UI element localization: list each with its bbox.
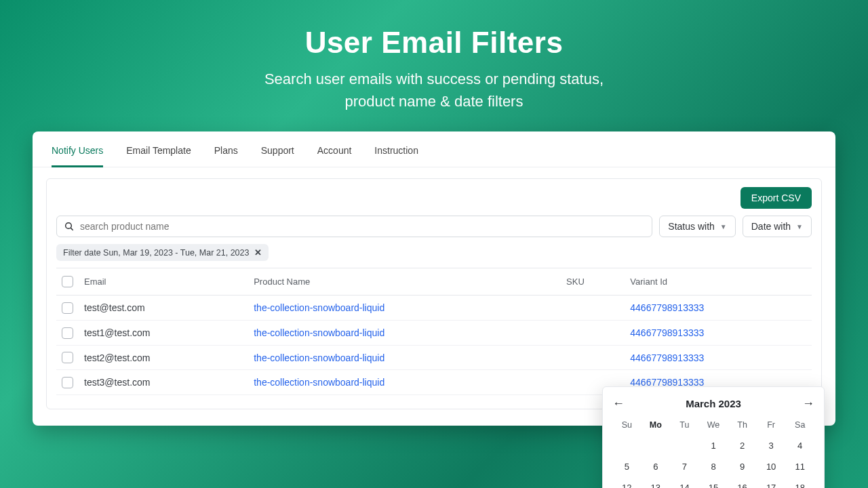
cell-sku — [561, 320, 625, 345]
variant-link[interactable]: 44667798913333 — [630, 302, 704, 313]
calendar-day[interactable]: 5 — [612, 456, 642, 477]
search-input[interactable] — [80, 221, 645, 232]
date-picker-popover: ← March 2023 → SuMoTuWeThFrSa12345678910… — [602, 386, 825, 488]
select-all-checkbox[interactable] — [62, 276, 73, 287]
col-variant: Variant Id — [625, 268, 812, 296]
product-link[interactable]: the-collection-snowboard-liquid — [254, 352, 384, 363]
product-link[interactable]: the-collection-snowboard-liquid — [254, 302, 384, 313]
month-label: March 2023 — [686, 398, 741, 409]
tab-support[interactable]: Support — [261, 145, 294, 167]
dow-label: Fr — [757, 416, 786, 435]
table-row: test2@test.comthe-collection-snowboard-l… — [56, 345, 812, 370]
app-card: Notify UsersEmail TemplatePlansSupportAc… — [33, 131, 835, 426]
calendar-day[interactable]: 3 — [757, 435, 786, 456]
dow-label: Tu — [670, 416, 699, 435]
tab-instruction[interactable]: Instruction — [374, 145, 418, 167]
svg-line-1 — [71, 228, 73, 230]
hero-title: User Email Filters — [0, 26, 868, 60]
row-checkbox[interactable] — [62, 352, 73, 363]
calendar-day[interactable]: 6 — [642, 456, 671, 477]
calendar-day[interactable]: 12 — [612, 477, 642, 488]
top-actions: Export CSV — [56, 187, 812, 209]
dow-label: We — [699, 416, 728, 435]
variant-link[interactable]: 44667798913333 — [630, 352, 704, 363]
col-sku: SKU — [561, 268, 625, 296]
calendar-day[interactable]: 4 — [785, 435, 814, 456]
hero-subtitle: Search user emails with success or pendi… — [0, 68, 868, 113]
table-row: test1@test.comthe-collection-snowboard-l… — [56, 320, 812, 345]
tab-email-template[interactable]: Email Template — [126, 145, 191, 167]
status-filter-dropdown[interactable]: Status with ▼ — [659, 216, 735, 237]
cell-email: test1@test.com — [79, 320, 248, 345]
chevron-down-icon: ▼ — [796, 223, 803, 230]
search-box[interactable] — [56, 216, 652, 237]
tab-notify-users[interactable]: Notify Users — [52, 145, 103, 167]
users-table: Email Product Name SKU Variant Id test@t… — [56, 268, 812, 395]
filter-controls: Status with ▼ Date with ▼ — [56, 216, 812, 237]
cell-email: test3@test.com — [79, 370, 248, 395]
product-link[interactable]: the-collection-snowboard-liquid — [254, 327, 384, 338]
next-month-button[interactable]: → — [802, 396, 814, 411]
date-filter-dropdown[interactable]: Date with ▼ — [743, 216, 812, 237]
cell-sku — [561, 345, 625, 370]
tab-plans[interactable]: Plans — [214, 145, 238, 167]
calendar-day[interactable]: 13 — [642, 477, 671, 488]
table-row: test@test.comthe-collection-snowboard-li… — [56, 296, 812, 321]
calendar-day[interactable]: 14 — [670, 477, 699, 488]
calendar-day[interactable]: 18 — [785, 477, 814, 488]
row-checkbox[interactable] — [62, 327, 73, 339]
calendar-day[interactable]: 11 — [785, 456, 814, 477]
main-panel: Export CSV Status with ▼ Date with ▼ Fil… — [46, 178, 822, 409]
calendar-day[interactable]: 9 — [728, 456, 757, 477]
dow-label: Sa — [785, 416, 814, 435]
search-icon — [64, 221, 75, 232]
calendar-day[interactable]: 1 — [699, 435, 728, 456]
calendar-day[interactable]: 16 — [728, 477, 757, 488]
col-email: Email — [79, 268, 248, 296]
dow-label: Mo — [642, 416, 671, 435]
calendar-day[interactable]: 2 — [728, 435, 757, 456]
svg-point-0 — [66, 223, 72, 229]
cell-sku — [561, 296, 625, 321]
dow-label: Th — [728, 416, 757, 435]
col-product: Product Name — [248, 268, 561, 296]
date-filter-chip: Filter date Sun, Mar 19, 2023 - Tue, Mar… — [56, 244, 269, 261]
cell-email: test2@test.com — [79, 345, 248, 370]
chevron-down-icon: ▼ — [720, 223, 727, 230]
hero: User Email Filters Search user emails wi… — [0, 0, 868, 113]
tab-bar: Notify UsersEmail TemplatePlansSupportAc… — [33, 131, 835, 167]
active-filters: Filter date Sun, Mar 19, 2023 - Tue, Mar… — [56, 244, 812, 261]
variant-link[interactable]: 44667798913333 — [630, 327, 704, 338]
prev-month-button[interactable]: ← — [612, 396, 625, 411]
calendar-day[interactable]: 15 — [699, 477, 728, 488]
dow-label: Su — [612, 416, 642, 435]
product-link[interactable]: the-collection-snowboard-liquid — [254, 377, 384, 388]
row-checkbox[interactable] — [62, 377, 73, 388]
calendar-day[interactable]: 10 — [757, 456, 786, 477]
close-icon[interactable]: ✕ — [254, 247, 262, 258]
calendar-day[interactable]: 7 — [670, 456, 699, 477]
cell-email: test@test.com — [79, 296, 248, 321]
row-checkbox[interactable] — [62, 302, 73, 314]
export-csv-button[interactable]: Export CSV — [741, 187, 812, 209]
calendar-day[interactable]: 8 — [699, 456, 728, 477]
calendar-day[interactable]: 17 — [757, 477, 786, 488]
tab-account[interactable]: Account — [317, 145, 352, 167]
